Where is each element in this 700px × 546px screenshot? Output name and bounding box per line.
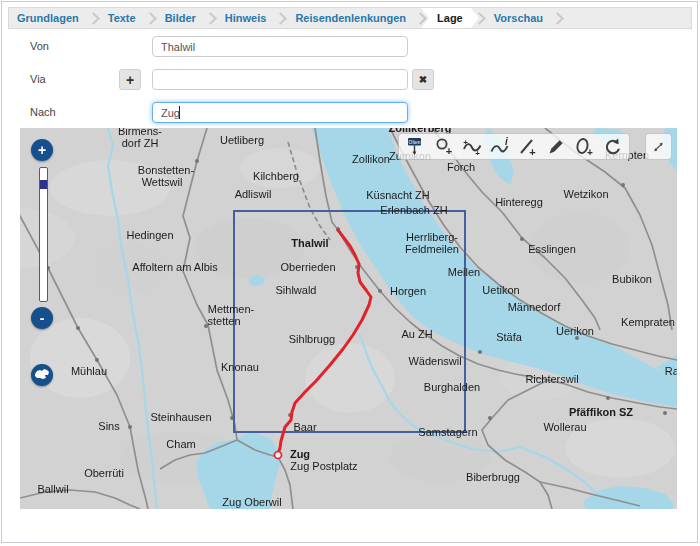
nach-label: Nach bbox=[30, 106, 56, 118]
map-label: Esslingen bbox=[528, 243, 576, 255]
add-label-marker-button[interactable]: Olten bbox=[402, 134, 430, 159]
map-label: Cham bbox=[166, 438, 195, 450]
add-line-button[interactable]: + bbox=[514, 134, 542, 159]
map-label: Bubikon bbox=[612, 273, 652, 285]
add-route-icon: + + bbox=[461, 136, 483, 158]
tab-bilder[interactable]: Bilder bbox=[157, 8, 204, 28]
tab-hinweis[interactable]: Hinweis bbox=[217, 8, 275, 28]
tab-texte[interactable]: Texte bbox=[100, 8, 144, 28]
zoom-in-button[interactable]: + bbox=[31, 139, 53, 161]
edit-button[interactable] bbox=[542, 134, 570, 159]
text-cursor bbox=[179, 106, 180, 119]
map-label: dorf ZH bbox=[122, 137, 159, 149]
map-label: Oberrieden bbox=[280, 261, 335, 273]
map-label: Uetliberg bbox=[220, 134, 264, 146]
map-label: Thalwil bbox=[291, 237, 328, 249]
svg-text:+: + bbox=[529, 145, 535, 157]
zoom-to-switzerland-button[interactable] bbox=[31, 364, 53, 386]
add-line-icon: + bbox=[517, 136, 539, 158]
map-label: Rapperswil bbox=[665, 365, 677, 377]
map-label: Sihlwald bbox=[276, 284, 317, 296]
chevron-separator-icon bbox=[204, 12, 217, 25]
map-label: Affoltern am Albis bbox=[132, 261, 218, 273]
station-dot bbox=[520, 237, 524, 241]
chevron-separator-icon bbox=[144, 12, 157, 25]
map-label: Hinteregg bbox=[495, 196, 543, 208]
add-route-button[interactable]: + + bbox=[458, 134, 486, 159]
map-label: Erlenbach ZH bbox=[380, 204, 447, 216]
tab-reisendenlenkungen[interactable]: Reisendenlenkungen bbox=[287, 8, 414, 28]
station-dot bbox=[195, 159, 199, 163]
map-label: Au ZH bbox=[401, 328, 432, 340]
station-dot bbox=[378, 289, 382, 293]
breadcrumb: Grundlagen Texte Bilder Hinweis Reisende… bbox=[8, 7, 692, 29]
map-label: Bonstetten- bbox=[138, 164, 195, 176]
switzerland-icon bbox=[31, 364, 53, 386]
add-ellipse-icon: + bbox=[573, 136, 595, 158]
svg-text:+: + bbox=[446, 144, 452, 156]
map-label: Mettmen- bbox=[208, 303, 255, 315]
map-label: Richterswil bbox=[525, 373, 578, 385]
pencil-icon bbox=[545, 136, 567, 158]
map-label: Wollerau bbox=[543, 421, 586, 433]
tab-grundlagen[interactable]: Grundlagen bbox=[9, 8, 87, 28]
tab-lage[interactable]: Lage bbox=[421, 8, 479, 28]
add-via-button[interactable]: + bbox=[119, 69, 141, 90]
map-label: Hedingen bbox=[126, 229, 173, 241]
lake bbox=[583, 486, 673, 509]
via-label: Via bbox=[30, 73, 46, 85]
route-info-icon: i bbox=[489, 136, 511, 158]
map-label: Stäfa bbox=[496, 331, 523, 343]
map-label: Horgen bbox=[390, 285, 426, 297]
tab-vorschau[interactable]: Vorschau bbox=[486, 8, 551, 28]
von-label: Von bbox=[30, 40, 49, 52]
map-label: Oberrüti bbox=[84, 467, 124, 479]
refresh-icon bbox=[601, 136, 623, 158]
map-label: Zug bbox=[290, 448, 310, 460]
add-ellipse-button[interactable]: + bbox=[570, 134, 598, 159]
via-input[interactable] bbox=[152, 69, 408, 90]
map-label: stetten bbox=[207, 315, 240, 327]
remove-via-button[interactable]: ✖ bbox=[412, 69, 434, 90]
svg-text:i: i bbox=[505, 136, 508, 147]
map-label: Uerikon bbox=[556, 325, 594, 337]
station-dot bbox=[95, 358, 99, 362]
wizard-page: Grundlagen Texte Bilder Hinweis Reisende… bbox=[0, 0, 700, 546]
map-label: Uetikon bbox=[482, 284, 519, 296]
refresh-button[interactable] bbox=[598, 134, 626, 159]
nach-input[interactable] bbox=[152, 102, 408, 123]
add-point-button[interactable]: + bbox=[430, 134, 458, 159]
map-label: Zug Postplatz bbox=[290, 460, 357, 472]
von-input[interactable] bbox=[152, 36, 408, 57]
map-label: Kempraten bbox=[621, 316, 675, 328]
map-label: Küsnacht ZH bbox=[366, 189, 430, 201]
map-label: Pfäffikon SZ bbox=[569, 406, 633, 418]
map-label: Feldmeilen bbox=[405, 243, 459, 255]
zoom-out-button[interactable]: - bbox=[31, 307, 53, 329]
map-label: Herrliberg- bbox=[406, 231, 458, 243]
map-label: Männedorf bbox=[508, 301, 562, 313]
route-info-button[interactable]: i bbox=[486, 134, 514, 159]
map-label: Wädenswil bbox=[408, 355, 461, 367]
add-point-icon: + bbox=[433, 136, 455, 158]
map-canvas[interactable]: ZollikerbergBirmens-dorf ZHUetlibergZumi… bbox=[20, 128, 677, 509]
svg-text:Olten: Olten bbox=[409, 138, 421, 144]
map-toolbar: Olten + + + bbox=[398, 133, 630, 160]
station-dot bbox=[128, 425, 132, 429]
fullscreen-button[interactable] bbox=[645, 133, 672, 160]
station-dot bbox=[478, 350, 482, 354]
map-label: Sins bbox=[98, 420, 120, 432]
map-label: Baar bbox=[293, 421, 317, 433]
map-label: Birmens- bbox=[118, 128, 162, 137]
fullscreen-icon bbox=[652, 136, 665, 158]
map-label: Steinhausen bbox=[150, 411, 211, 423]
zoom-slider-handle[interactable] bbox=[40, 180, 47, 189]
map-label: Knonau bbox=[221, 361, 259, 373]
chevron-separator-icon bbox=[275, 12, 288, 25]
map-label: Biberbrugg bbox=[466, 471, 520, 483]
map-label: Burghalden bbox=[424, 381, 480, 393]
station-dot bbox=[663, 411, 667, 415]
zoom-slider[interactable] bbox=[39, 167, 48, 302]
map-label: Sihlbrugg bbox=[289, 333, 335, 345]
station-dot bbox=[488, 416, 492, 420]
